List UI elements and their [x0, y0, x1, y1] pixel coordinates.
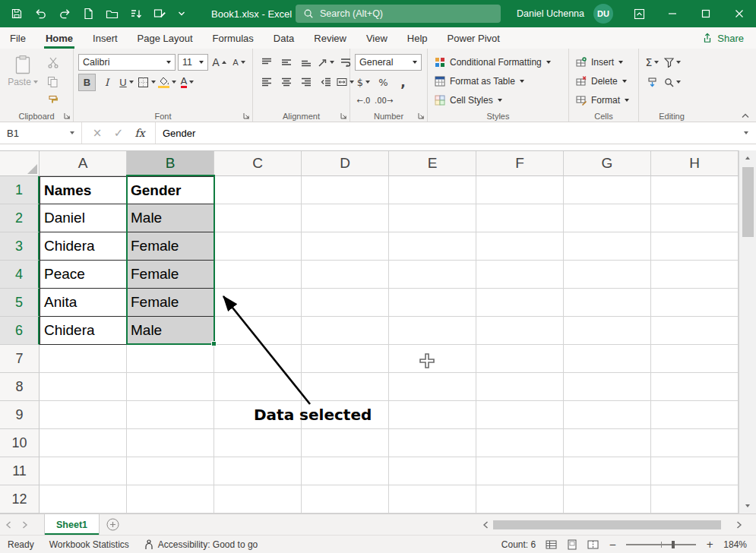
name-box[interactable]: B1: [0, 122, 82, 144]
cell-H5[interactable]: [651, 289, 739, 317]
cell-D1[interactable]: [302, 176, 389, 204]
cell-D12[interactable]: [302, 485, 389, 514]
orientation-button[interactable]: [317, 54, 334, 71]
row-header-11[interactable]: 11: [0, 457, 40, 485]
sheet-nav-right-icon[interactable]: [17, 514, 33, 536]
currency-format-button[interactable]: $: [355, 74, 372, 91]
number-dialog-launcher-icon[interactable]: [418, 112, 425, 119]
tab-home[interactable]: Home: [36, 27, 83, 49]
cell-D11[interactable]: [302, 457, 389, 485]
column-header-E[interactable]: E: [389, 151, 476, 176]
vertical-scrollbar-thumb[interactable]: [742, 167, 754, 237]
cell-H2[interactable]: [651, 204, 739, 232]
decrease-indent-icon[interactable]: [317, 74, 334, 91]
fill-button[interactable]: [644, 74, 661, 91]
cell-F10[interactable]: [476, 429, 564, 457]
cell-F6[interactable]: [476, 317, 564, 345]
cell-A10[interactable]: [40, 429, 127, 457]
save-icon[interactable]: [11, 7, 23, 21]
cell-E1[interactable]: [389, 176, 476, 204]
decrease-decimal-button[interactable]: .00→: [375, 92, 393, 109]
bold-button[interactable]: B: [78, 74, 96, 91]
share-button[interactable]: Share: [702, 33, 744, 44]
font-dialog-launcher-icon[interactable]: [243, 112, 250, 119]
cell-B9[interactable]: [127, 401, 214, 429]
cut-button[interactable]: [44, 54, 62, 71]
zoom-level[interactable]: 184%: [723, 539, 747, 550]
cell-H12[interactable]: [651, 485, 739, 514]
tab-power-pivot[interactable]: Power Pivot: [438, 27, 510, 49]
search-box[interactable]: Search (Alt+Q): [296, 5, 501, 23]
cell-F8[interactable]: [476, 373, 564, 401]
cell-D7[interactable]: [302, 345, 389, 373]
insert-cells-button[interactable]: Insert: [574, 52, 634, 71]
cell-D5[interactable]: [302, 289, 389, 317]
cell-G9[interactable]: [564, 401, 651, 429]
tab-insert[interactable]: Insert: [83, 27, 128, 49]
tab-review[interactable]: Review: [304, 27, 356, 49]
format-cells-button[interactable]: Format: [574, 90, 634, 109]
align-middle-icon[interactable]: [277, 54, 295, 71]
cell-A5[interactable]: Anita: [40, 289, 127, 317]
cell-E8[interactable]: [389, 373, 476, 401]
cell-F9[interactable]: [476, 401, 564, 429]
column-header-C[interactable]: C: [214, 151, 302, 176]
format-as-table-button[interactable]: Format as Table: [432, 71, 565, 90]
zoom-out-icon[interactable]: −: [609, 539, 616, 550]
close-button[interactable]: [723, 0, 756, 27]
cell-H10[interactable]: [651, 429, 739, 457]
cell-G5[interactable]: [564, 289, 651, 317]
shrink-font-button[interactable]: A: [230, 54, 248, 71]
draw-table-icon[interactable]: [153, 7, 166, 21]
row-header-5[interactable]: 5: [0, 289, 40, 317]
find-select-button[interactable]: [663, 74, 681, 91]
sheet-nav-left-icon[interactable]: [0, 514, 17, 536]
italic-button[interactable]: I: [98, 74, 115, 91]
borders-button[interactable]: [138, 74, 156, 91]
percent-style-button[interactable]: %: [375, 74, 392, 91]
cell-H11[interactable]: [651, 457, 739, 485]
align-bottom-icon[interactable]: [297, 54, 315, 71]
cell-B10[interactable]: [127, 429, 214, 457]
conditional-formatting-button[interactable]: Conditional Formatting: [432, 52, 565, 71]
cell-D10[interactable]: [302, 429, 389, 457]
cell-E6[interactable]: [389, 317, 476, 345]
scroll-up-icon[interactable]: [739, 150, 756, 166]
undo-icon[interactable]: [34, 7, 47, 21]
column-header-B[interactable]: B: [127, 151, 214, 176]
cell-H8[interactable]: [651, 373, 739, 401]
cell-E3[interactable]: [389, 232, 476, 261]
cell-C5[interactable]: [214, 289, 302, 317]
column-header-H[interactable]: H: [651, 151, 739, 176]
avatar[interactable]: DU: [593, 4, 613, 24]
open-folder-icon[interactable]: [106, 7, 119, 21]
cell-A6[interactable]: Chidera: [40, 317, 127, 345]
cell-C6[interactable]: [214, 317, 302, 345]
formula-input[interactable]: Gender: [156, 122, 736, 144]
page-break-view-icon[interactable]: [587, 539, 599, 550]
cell-D6[interactable]: [302, 317, 389, 345]
cell-F2[interactable]: [476, 204, 564, 232]
horizontal-scrollbar[interactable]: [482, 520, 742, 530]
cell-F3[interactable]: [476, 232, 564, 261]
cell-C7[interactable]: [214, 345, 302, 373]
cell-B3[interactable]: Female: [127, 232, 214, 261]
cell-C8[interactable]: [214, 373, 302, 401]
normal-view-icon[interactable]: [546, 539, 557, 550]
cell-A9[interactable]: [40, 401, 127, 429]
tab-data[interactable]: Data: [264, 27, 304, 49]
underline-button[interactable]: U: [118, 74, 135, 91]
row-header-9[interactable]: 9: [0, 401, 40, 429]
cell-A8[interactable]: [40, 373, 127, 401]
cell-A4[interactable]: Peace: [40, 261, 127, 289]
cell-G8[interactable]: [564, 373, 651, 401]
tab-formulas[interactable]: Formulas: [203, 27, 264, 49]
cell-C11[interactable]: [214, 457, 302, 485]
row-header-3[interactable]: 3: [0, 232, 40, 261]
vertical-scrollbar[interactable]: [739, 150, 756, 514]
sort-ascending-icon[interactable]: [130, 7, 142, 21]
cell-G1[interactable]: [564, 176, 651, 204]
format-painter-button[interactable]: [44, 92, 62, 109]
alignment-dialog-launcher-icon[interactable]: [340, 112, 347, 119]
delete-cells-button[interactable]: Delete: [574, 71, 634, 90]
